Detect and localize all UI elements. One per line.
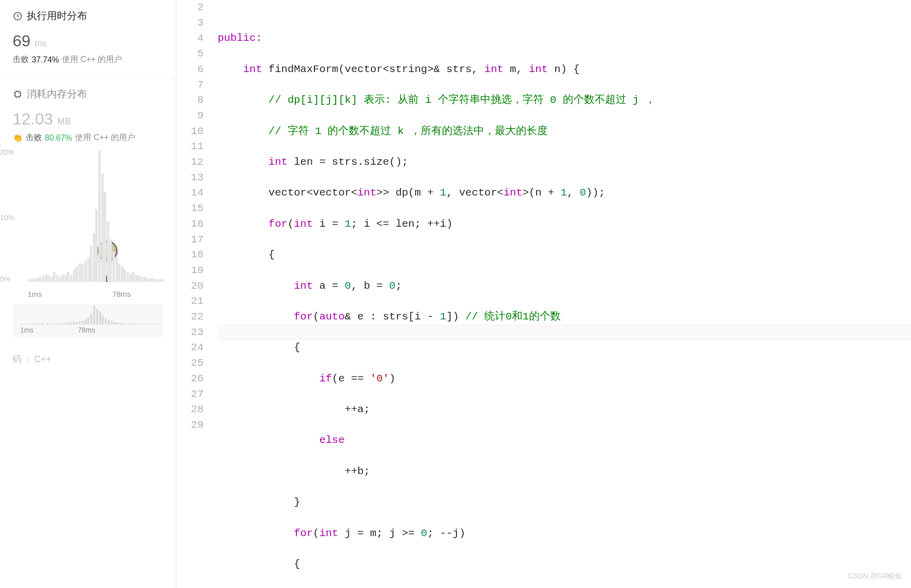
memory-head: 消耗内存分布 bbox=[13, 87, 163, 101]
bottom-row: 码 | C++ bbox=[0, 347, 176, 371]
memory-value-row: 12.03 MB bbox=[13, 110, 163, 128]
x-min: 1ms bbox=[28, 290, 42, 298]
runtime-head: 执行用时分布 bbox=[13, 9, 163, 23]
memory-section: 消耗内存分布 12.03 MB 👏 击败 80.67% 使用 C++ 的用户 bbox=[0, 78, 176, 148]
runtime-chart[interactable]: 20% 10% 0% 1ms 78ms bbox=[0, 148, 176, 304]
mini-x-min: 1ms bbox=[20, 326, 33, 334]
y-label-20: 20% bbox=[0, 148, 14, 156]
runtime-title: 执行用时分布 bbox=[27, 9, 87, 23]
clock-icon bbox=[13, 11, 23, 21]
bottom-left: 码 bbox=[13, 353, 22, 365]
memory-beat-pct: 80.67% bbox=[45, 134, 72, 143]
runtime-unit: ms bbox=[35, 38, 47, 48]
memory-beat-suffix: 使用 C++ 的用户 bbox=[75, 133, 135, 143]
runtime-value-row: 69 ms bbox=[13, 32, 163, 50]
runtime-beat-pct: 37.74% bbox=[32, 55, 59, 64]
runtime-beat-suffix: 使用 C++ 的用户 bbox=[62, 54, 122, 65]
y-label-0: 0% bbox=[0, 275, 10, 283]
memory-title: 消耗内存分布 bbox=[27, 87, 87, 101]
chip-icon bbox=[13, 89, 23, 99]
runtime-beat-line: 击败 37.74% 使用 C++ 的用户 bbox=[13, 54, 163, 65]
hands-icon: 👏 bbox=[13, 133, 23, 143]
mini-chart[interactable]: 1ms 78ms bbox=[13, 304, 163, 337]
stats-sidebar: 执行用时分布 69 ms 击败 37.74% 使用 C++ 的用户 消耗内存分布… bbox=[0, 0, 176, 588]
comment: // dp[i][j][k] 表示: 从前 i 个字符串中挑选，字符 0 的个数… bbox=[269, 94, 656, 106]
mini-x-axis: 1ms 78ms bbox=[20, 326, 156, 334]
line-gutter: 2345678910111213141516171819202122232425… bbox=[176, 0, 218, 588]
runtime-value: 69 bbox=[13, 32, 31, 50]
runtime-section: 执行用时分布 69 ms 击败 37.74% 使用 C++ 的用户 bbox=[0, 0, 176, 78]
memory-beat-line: 👏 击败 80.67% 使用 C++ 的用户 bbox=[13, 133, 163, 143]
comment: // 字符 1 的个数不超过 k ，所有的选法中，最大的长度 bbox=[269, 125, 548, 137]
x-axis: 1ms 78ms bbox=[28, 290, 166, 298]
memory-unit: MB bbox=[57, 116, 71, 126]
beat-label: 击败 bbox=[13, 54, 29, 65]
code-content[interactable]: public: int findMaxForm(vector<string>& … bbox=[218, 0, 911, 588]
memory-beat-label: 击败 bbox=[26, 133, 42, 143]
y-label-10: 10% bbox=[0, 214, 14, 222]
bottom-lang[interactable]: C++ bbox=[34, 354, 51, 365]
kw-public: public: bbox=[218, 32, 262, 44]
chart-canvas bbox=[28, 151, 166, 282]
mini-x-mid: 78ms bbox=[78, 326, 95, 334]
code-editor[interactable]: 2345678910111213141516171819202122232425… bbox=[176, 0, 911, 588]
svg-rect-1 bbox=[15, 92, 20, 97]
memory-value: 12.03 bbox=[13, 110, 53, 128]
highlighted-line-bg bbox=[218, 325, 911, 341]
x-mid: 78ms bbox=[112, 290, 131, 298]
watermark: CSDN @GR鲸鱼 bbox=[848, 568, 902, 584]
